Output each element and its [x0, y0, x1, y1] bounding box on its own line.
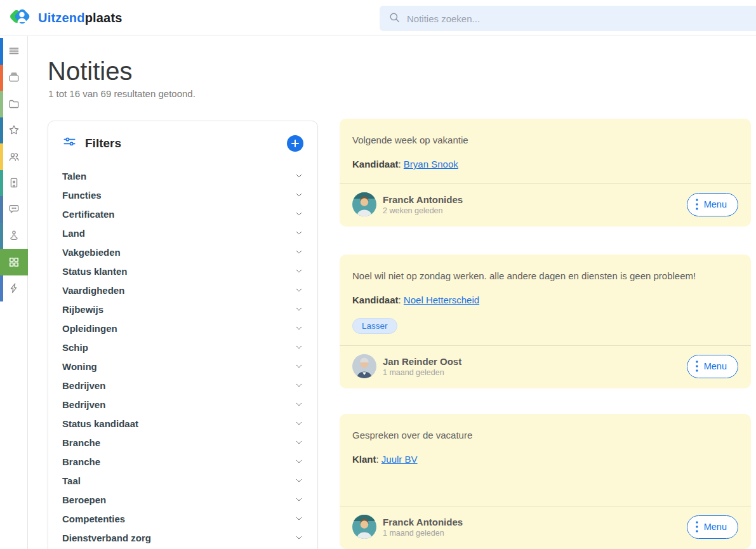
- filter-category-label: Taal: [62, 475, 81, 486]
- note-reference: Kandidaat: Bryan Snook: [352, 157, 738, 172]
- sidebar-item-favorites[interactable]: [0, 117, 28, 144]
- search-input[interactable]: [407, 13, 673, 24]
- plus-icon: [291, 139, 300, 148]
- author-name: Franck Antonides: [383, 194, 463, 206]
- note-card: Volgende week op vakantie Kandidaat: Bry…: [340, 119, 751, 227]
- filter-category-row[interactable]: Rijbewijs: [62, 300, 303, 319]
- kebab-menu-icon: [696, 360, 698, 372]
- chevron-down-icon: [295, 381, 303, 390]
- author-name: Jan Reinder Oost: [383, 355, 461, 367]
- sidebar-item-actions[interactable]: [0, 275, 28, 302]
- top-header: Uitzendplaats: [0, 0, 756, 36]
- filter-category-row[interactable]: Bedrijven: [62, 376, 303, 395]
- filter-category-row[interactable]: Talen: [62, 166, 303, 185]
- menu-lines-icon: [8, 45, 20, 58]
- chat-icon: [8, 203, 20, 216]
- filter-category-row[interactable]: Status kandidaat: [62, 414, 303, 433]
- sidebar-item-companies[interactable]: [0, 170, 28, 197]
- sidebar-item-folder[interactable]: [0, 91, 28, 117]
- people-icon: [8, 150, 20, 163]
- author-block: Jan Reinder Oost 1 maand geleden: [383, 355, 461, 378]
- menu-button-label: Menu: [704, 522, 727, 532]
- filter-category-row[interactable]: Beroepen: [62, 490, 303, 509]
- note-footer: Jan Reinder Oost 1 maand geleden Menu: [340, 346, 751, 388]
- reference-label: Kandidaat: [352, 294, 399, 305]
- author-block: Franck Antonides 2 weken geleden: [383, 194, 463, 216]
- avatar: [352, 192, 376, 216]
- filter-category-row[interactable]: Bedrijven: [62, 395, 303, 414]
- filter-category-label: Vaardigheden: [62, 285, 124, 296]
- filter-category-label: Rijbewijs: [62, 304, 103, 315]
- filter-category-label: Dienstverband zorg: [62, 532, 151, 543]
- note-menu-button[interactable]: Menu: [687, 193, 738, 216]
- note-body: Volgende week op vakantie Kandidaat: Bry…: [340, 119, 751, 183]
- notes-list: Volgende week op vakantie Kandidaat: Bry…: [340, 119, 751, 549]
- note-card: Noel wil niet op zondag werken. alle and…: [340, 255, 751, 388]
- filter-category-row[interactable]: Schip: [62, 338, 303, 357]
- candidate-link[interactable]: Bryan Snook: [404, 159, 458, 169]
- filter-sliders-icon: [62, 135, 77, 152]
- sidebar-item-menu[interactable]: [0, 38, 28, 65]
- sidebar-item-messages[interactable]: [0, 196, 28, 223]
- filter-category-row[interactable]: Land: [62, 223, 303, 242]
- filter-category-row[interactable]: Functies: [62, 185, 303, 204]
- filters-title: Filters: [85, 136, 121, 150]
- filters-list: Talen Functies Certificaten Land Vakgebi…: [48, 161, 317, 547]
- kebab-menu-icon: [696, 521, 698, 532]
- sidebar-item-people[interactable]: [0, 143, 28, 170]
- note-tags: Lasser: [352, 318, 738, 334]
- note-body: Gespreken over de vacature Klant: Juulr …: [340, 414, 751, 506]
- filter-category-row[interactable]: Vaardigheden: [62, 281, 303, 300]
- add-filter-button[interactable]: [287, 135, 303, 152]
- sidebar-item-archive[interactable]: [0, 65, 28, 91]
- filter-category-row[interactable]: Competenties: [62, 509, 303, 528]
- menu-button-label: Menu: [704, 199, 727, 209]
- page-title: Notities: [48, 57, 132, 86]
- building-icon: [8, 176, 20, 189]
- filter-category-row[interactable]: Vakgebieden: [62, 242, 303, 261]
- filter-category-row[interactable]: Opleidingen: [62, 319, 303, 338]
- filter-category-label: Functies: [62, 190, 102, 201]
- chevron-down-icon: [295, 209, 303, 218]
- filter-category-row[interactable]: Status klanten: [62, 261, 303, 281]
- filter-category-label: Vakgebieden: [62, 247, 121, 258]
- filter-category-row[interactable]: Woning: [62, 357, 303, 376]
- filter-category-label: Status klanten: [62, 266, 128, 277]
- app-logo-text: Uitzendplaats: [38, 11, 123, 25]
- note-timestamp: 1 maand geleden: [383, 528, 463, 538]
- filter-category-row[interactable]: Certificaten: [62, 204, 303, 223]
- filter-category-row[interactable]: Taal: [62, 471, 303, 490]
- filter-category-label: Land: [62, 228, 85, 239]
- filter-category-label: Opleidingen: [62, 323, 117, 334]
- chevron-down-icon: [295, 419, 303, 428]
- note-menu-button[interactable]: Menu: [687, 515, 738, 539]
- note-text: Gespreken over de vacature: [352, 428, 738, 443]
- filters-panel: Filters Talen Functies Certificaten Land…: [48, 121, 318, 549]
- filter-category-row[interactable]: Branche: [62, 433, 303, 452]
- star-icon: [8, 124, 20, 136]
- filter-category-label: Competenties: [62, 513, 125, 524]
- notes-page: Uitzendplaats: [0, 0, 756, 549]
- sidebar-item-notes-active[interactable]: [0, 249, 28, 275]
- candidate-link[interactable]: Noel Hetterscheid: [404, 294, 479, 305]
- chevron-down-icon: [295, 267, 303, 275]
- note-menu-button[interactable]: Menu: [687, 355, 738, 378]
- chevron-down-icon: [295, 171, 303, 180]
- note-footer: Franck Antonides 2 weken geleden Menu: [340, 184, 751, 227]
- client-link[interactable]: Juulr BV: [381, 454, 418, 465]
- search-icon: [388, 11, 401, 26]
- grid-icon: [8, 256, 20, 268]
- uitzendplaats-logo-icon: [8, 4, 33, 32]
- filter-category-row[interactable]: Branche: [62, 452, 303, 471]
- chevron-down-icon: [295, 457, 303, 466]
- author-block: Franck Antonides 1 maand geleden: [383, 516, 463, 538]
- filter-category-row[interactable]: Dienstverband zorg: [62, 528, 303, 547]
- chevron-down-icon: [295, 324, 303, 333]
- avatar: [352, 354, 376, 378]
- app-logo[interactable]: Uitzendplaats: [0, 4, 123, 32]
- person-podium-icon: [8, 229, 20, 242]
- note-reference: Klant: Juulr BV: [352, 452, 738, 467]
- filter-category-label: Beroepen: [62, 494, 106, 505]
- sidebar-item-person-stand[interactable]: [0, 223, 28, 249]
- chevron-down-icon: [295, 495, 303, 504]
